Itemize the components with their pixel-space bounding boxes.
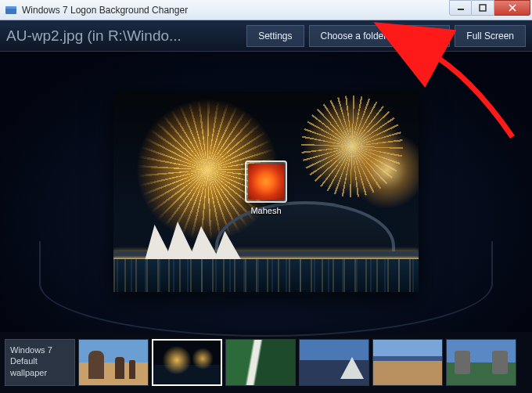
user-tile: Mahesh — [245, 160, 287, 215]
minimize-button[interactable] — [449, 0, 472, 16]
current-file-path: AU-wp2.jpg (in R:\Windo... — [6, 27, 246, 45]
settings-button[interactable]: Settings — [246, 25, 304, 47]
user-avatar — [248, 164, 284, 200]
maximize-button[interactable] — [472, 0, 494, 16]
svg-rect-3 — [480, 5, 486, 11]
wallpaper-thumb[interactable] — [299, 339, 369, 386]
default-wallpaper-button[interactable]: Windows 7 Default wallpaper — [5, 339, 75, 386]
logon-preview[interactable]: Mahesh — [113, 92, 419, 292]
wallpaper-thumb-selected[interactable] — [152, 339, 222, 386]
firework-graphic — [348, 131, 419, 209]
thumbnail-strip: Windows 7 Default wallpaper — [0, 332, 532, 393]
username-label: Mahesh — [245, 206, 287, 215]
window-controls — [449, 0, 530, 16]
preview-stage: Mahesh — [0, 52, 532, 332]
wallpaper-thumb[interactable] — [225, 339, 296, 386]
close-button[interactable] — [494, 0, 530, 16]
avatar-frame — [245, 160, 287, 203]
wallpaper-thumb[interactable] — [446, 339, 516, 386]
apply-button[interactable]: Apply — [403, 25, 450, 47]
app-icon — [5, 4, 17, 16]
wallpaper-thumb[interactable] — [372, 339, 443, 386]
svg-rect-2 — [458, 9, 464, 10]
svg-rect-1 — [5, 6, 16, 9]
choose-folder-button[interactable]: Choose a folder — [309, 25, 399, 47]
opera-house-graphic — [145, 222, 262, 261]
window-titlebar: Windows 7 Logon Background Changer — [0, 0, 532, 20]
full-screen-button[interactable]: Full Screen — [455, 25, 526, 47]
water-graphic — [113, 259, 419, 292]
window-title: Windows 7 Logon Background Changer — [22, 5, 188, 16]
toolbar: AU-wp2.jpg (in R:\Windo... Settings Choo… — [0, 20, 532, 52]
wallpaper-thumb[interactable] — [78, 339, 149, 386]
